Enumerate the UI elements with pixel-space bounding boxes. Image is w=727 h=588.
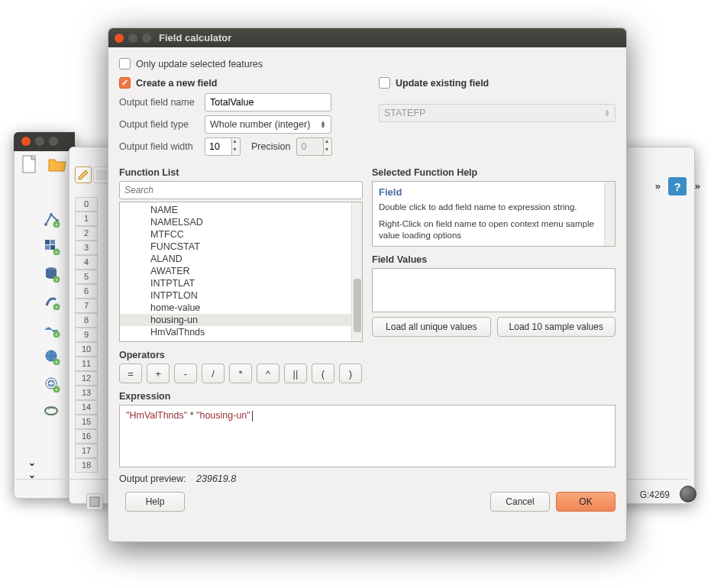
field-values-box: [372, 268, 616, 312]
close-icon[interactable]: [115, 34, 124, 43]
help-scrollbar[interactable]: [604, 182, 615, 246]
bg-chevron-1[interactable]: »: [655, 180, 661, 192]
only-update-label: Only update selected features: [136, 59, 263, 69]
edit-pencil-icon[interactable]: [75, 166, 92, 183]
only-update-checkbox[interactable]: [119, 58, 131, 69]
list-item[interactable]: AWATER: [120, 265, 362, 277]
table-row-header[interactable]: 8: [75, 313, 98, 328]
list-item[interactable]: home-value: [120, 302, 362, 314]
help-icon[interactable]: ?: [668, 177, 687, 195]
table-row-header[interactable]: 11: [75, 357, 98, 371]
operator-button[interactable]: +: [147, 363, 170, 383]
database-icon[interactable]: +: [43, 265, 61, 283]
operator-button[interactable]: ||: [284, 363, 307, 383]
help-section-label: Selected Function Help: [372, 167, 616, 178]
list-item[interactable]: NAME: [120, 204, 362, 216]
list-item[interactable]: NAMELSAD: [120, 216, 362, 228]
table-row-header[interactable]: 12: [75, 371, 98, 386]
help-button[interactable]: Help: [125, 492, 185, 512]
operator-button[interactable]: /: [202, 363, 225, 383]
table-row-header[interactable]: 18: [75, 458, 98, 473]
svg-text:+: +: [55, 221, 59, 228]
operator-button[interactable]: ^: [257, 363, 279, 383]
table-row-header[interactable]: 6: [75, 284, 98, 299]
maximize-icon[interactable]: [142, 34, 151, 43]
operators-label: Operators: [119, 350, 616, 360]
output-name-label: Output field name: [119, 97, 205, 108]
function-list[interactable]: NAMENAMELSADMTFCCFUNCSTATALANDAWATERINTP…: [119, 202, 363, 342]
table-row-header[interactable]: 14: [75, 400, 98, 415]
help-title: Field: [379, 186, 609, 198]
dialog-titlebar[interactable]: Field calculator: [108, 28, 626, 47]
operator-button[interactable]: (: [312, 363, 334, 383]
create-field-checkbox[interactable]: [119, 77, 131, 89]
operator-button[interactable]: -: [174, 363, 197, 383]
load-unique-button[interactable]: Load all unique values: [372, 317, 491, 337]
bg-traffic-1: [21, 137, 58, 146]
output-width-input[interactable]: [205, 137, 232, 156]
preview-label: Output preview:: [119, 473, 186, 484]
oracle-icon[interactable]: [43, 402, 61, 421]
svg-rect-7: [50, 240, 55, 244]
bg-chevron-2[interactable]: »: [695, 180, 700, 192]
cancel-button[interactable]: Cancel: [490, 492, 550, 512]
svg-text:+: +: [55, 359, 59, 365]
list-item[interactable]: INTPTLON: [120, 289, 362, 302]
list-item[interactable]: HmValThnds: [120, 326, 362, 338]
list-item[interactable]: FUNCSTAT: [120, 241, 362, 253]
svg-text:+: +: [55, 304, 59, 310]
new-file-icon[interactable]: [20, 154, 40, 174]
operator-button[interactable]: =: [119, 363, 142, 383]
update-field-checkbox[interactable]: [379, 77, 390, 89]
operator-button[interactable]: *: [229, 363, 252, 383]
update-field-value: STATEFP: [384, 108, 425, 118]
precision-label: Precision: [251, 141, 290, 152]
create-field-label: Create a new field: [136, 78, 217, 89]
svg-text:+: +: [55, 331, 59, 338]
vector-icon[interactable]: +: [43, 210, 61, 228]
table-row-header[interactable]: 13: [75, 386, 98, 400]
operator-button[interactable]: ): [339, 363, 362, 383]
collapse-chevron-icon[interactable]: ⌄⌄: [27, 456, 37, 480]
load-sample-button[interactable]: Load 10 sample values: [497, 317, 616, 337]
output-type-select[interactable]: Whole number (integer) ▲▼: [205, 115, 331, 134]
table-row-header[interactable]: 9: [75, 328, 98, 342]
wfs-icon[interactable]: +: [43, 375, 61, 393]
bg-bottom-icon[interactable]: [86, 493, 103, 510]
table-row-header[interactable]: 10: [75, 342, 98, 357]
globe-icon[interactable]: [680, 486, 696, 502]
wms-icon[interactable]: +: [43, 320, 61, 338]
scrollbar[interactable]: [351, 202, 362, 341]
list-item[interactable]: MTFCC: [120, 228, 362, 241]
ok-button[interactable]: OK: [556, 492, 616, 512]
spatialite-icon[interactable]: +: [43, 292, 61, 311]
function-list-label: Function List: [119, 167, 363, 178]
open-folder-icon[interactable]: [47, 154, 67, 174]
crs-status: G:4269: [640, 489, 670, 500]
table-row-header[interactable]: 1: [75, 212, 98, 226]
expression-input[interactable]: "HmValThnds" * "housing-un": [119, 405, 616, 467]
table-row-header[interactable]: 17: [75, 444, 98, 458]
list-item[interactable]: ALAND: [120, 253, 362, 265]
wcs-icon[interactable]: +: [43, 347, 61, 366]
raster-icon[interactable]: +: [43, 237, 61, 256]
output-name-input[interactable]: [205, 93, 331, 111]
function-search-input[interactable]: [119, 181, 363, 199]
table-row-header[interactable]: 15: [75, 415, 98, 429]
dialog-title: Field calculator: [159, 32, 231, 44]
list-item[interactable]: housing-un: [120, 314, 362, 326]
minimize-icon[interactable]: [128, 34, 137, 43]
bg-toolbar-2: [75, 166, 110, 183]
table-row-header[interactable]: 2: [75, 226, 98, 241]
table-row-header[interactable]: 3: [75, 241, 98, 255]
field-calculator-dialog: Field calculator Only update selected fe…: [108, 27, 627, 542]
table-row-header[interactable]: 7: [75, 299, 98, 313]
table-row-header[interactable]: 4: [75, 255, 98, 270]
list-item[interactable]: INTPTLAT: [120, 277, 362, 289]
field-values-label: Field Values: [372, 254, 616, 265]
help-text-2: Right-Click on field name to open contex…: [379, 218, 609, 242]
table-row-header[interactable]: 0: [75, 197, 98, 212]
table-row-header[interactable]: 5: [75, 270, 98, 284]
bg-left-toolbar: + + + + + + +: [43, 210, 61, 421]
table-row-header[interactable]: 16: [75, 429, 98, 444]
